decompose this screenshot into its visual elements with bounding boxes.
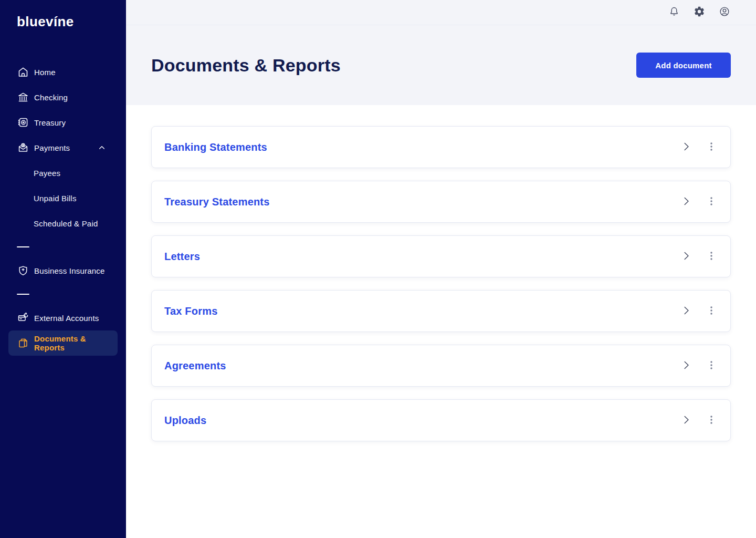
page-header: Documents & Reports Add document [126, 25, 756, 105]
card-title: Letters [164, 251, 680, 263]
sidebar-subitem-label: Unpaid Bills [34, 194, 77, 203]
sidebar-subitem-label: Payees [34, 169, 60, 178]
card-title: Treasury Statements [164, 196, 680, 208]
card-agreements[interactable]: Agreements [151, 345, 731, 387]
notifications-button[interactable] [668, 7, 680, 18]
vault-icon [17, 116, 29, 129]
sidebar-item-checking[interactable]: Checking [0, 85, 126, 110]
card-tax-forms[interactable]: Tax Forms [151, 290, 731, 332]
shield-plus-icon [17, 264, 29, 277]
sidebar-nav: Home Checking Treasury [0, 30, 126, 356]
home-icon [17, 66, 29, 78]
user-icon [719, 6, 730, 19]
kebab-menu-icon [705, 359, 718, 373]
sidebar-item-treasury[interactable]: Treasury [0, 110, 126, 135]
open-category-button[interactable] [680, 250, 692, 263]
bank-columns-icon [17, 91, 29, 104]
documents-icon [17, 337, 29, 349]
kebab-menu-icon [705, 413, 718, 428]
kebab-menu-icon [705, 195, 718, 209]
kebab-menu-icon [705, 250, 718, 264]
card-title: Agreements [164, 360, 680, 372]
sidebar-item-label: External Accounts [34, 314, 99, 323]
sidebar-item-label: Checking [34, 93, 68, 102]
sidebar: bluevíne Home Checking [0, 0, 126, 538]
accounts-sync-icon [17, 312, 29, 324]
kebab-menu-icon [705, 304, 718, 318]
open-category-button[interactable] [680, 195, 692, 208]
chevron-right-icon [680, 413, 692, 428]
sidebar-item-label: Payments [34, 143, 70, 152]
chevron-right-icon [680, 140, 692, 154]
card-letters[interactable]: Letters [151, 235, 731, 277]
bell-icon [668, 6, 680, 19]
envelope-dollar-icon [17, 141, 29, 154]
category-menu-button[interactable] [705, 195, 718, 208]
sidebar-item-scheduled-paid[interactable]: Scheduled & Paid [0, 211, 126, 236]
topbar [126, 0, 756, 25]
sidebar-item-unpaid-bills[interactable]: Unpaid Bills [0, 185, 126, 211]
sidebar-item-payments[interactable]: Payments [0, 135, 126, 160]
document-category-list: Banking Statements Treasury Statements [126, 105, 756, 538]
card-title: Tax Forms [164, 305, 680, 317]
open-category-button[interactable] [680, 359, 692, 372]
add-document-button[interactable]: Add document [636, 53, 731, 78]
chevron-right-icon [680, 195, 692, 209]
main-area: Documents & Reports Add document Banking… [126, 0, 756, 538]
sidebar-item-payees[interactable]: Payees [0, 160, 126, 185]
chevron-up-icon[interactable] [98, 143, 106, 152]
card-treasury-statements[interactable]: Treasury Statements [151, 181, 731, 223]
category-menu-button[interactable] [705, 359, 718, 372]
category-menu-button[interactable] [705, 250, 718, 263]
chevron-right-icon [680, 359, 692, 373]
open-category-button[interactable] [680, 414, 692, 427]
page-title: Documents & Reports [151, 55, 341, 76]
sidebar-divider [17, 246, 29, 247]
sidebar-subitem-label: Scheduled & Paid [34, 219, 98, 228]
gear-icon [694, 6, 705, 19]
open-category-button[interactable] [680, 141, 692, 153]
settings-button[interactable] [694, 7, 705, 18]
card-banking-statements[interactable]: Banking Statements [151, 126, 731, 168]
open-category-button[interactable] [680, 305, 692, 317]
sidebar-item-label: Documents & Reports [34, 334, 118, 352]
sidebar-item-home[interactable]: Home [0, 59, 126, 85]
sidebar-item-label: Business Insurance [34, 266, 105, 275]
card-title: Uploads [164, 415, 680, 427]
kebab-menu-icon [705, 140, 718, 154]
category-menu-button[interactable] [705, 141, 718, 153]
chevron-right-icon [680, 250, 692, 264]
profile-button[interactable] [719, 7, 730, 18]
sidebar-divider [17, 294, 29, 295]
sidebar-item-label: Treasury [34, 118, 66, 127]
card-title: Banking Statements [164, 141, 680, 153]
bluevine-logo: bluevíne [0, 0, 126, 30]
category-menu-button[interactable] [705, 414, 718, 427]
sidebar-item-label: Home [34, 68, 56, 77]
chevron-right-icon [680, 304, 692, 318]
category-menu-button[interactable] [705, 305, 718, 317]
card-uploads[interactable]: Uploads [151, 399, 731, 441]
sidebar-item-documents-reports[interactable]: Documents & Reports [8, 330, 118, 356]
sidebar-item-external-accounts[interactable]: External Accounts [0, 305, 126, 330]
sidebar-item-business-insurance[interactable]: Business Insurance [0, 258, 126, 283]
